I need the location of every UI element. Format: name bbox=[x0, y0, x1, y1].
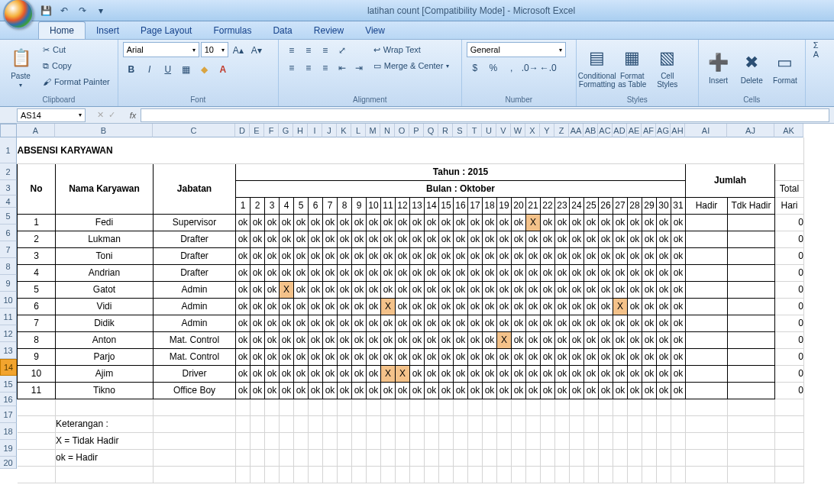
cell[interactable] bbox=[686, 281, 728, 298]
cell[interactable] bbox=[628, 466, 642, 483]
cell[interactable]: Hadir bbox=[686, 197, 728, 214]
cell[interactable]: ok bbox=[512, 214, 526, 231]
cell[interactable]: ok bbox=[367, 247, 381, 264]
cell[interactable] bbox=[154, 466, 236, 483]
cell[interactable]: X bbox=[526, 214, 541, 231]
cell[interactable]: ok bbox=[570, 382, 584, 399]
cell[interactable]: ok bbox=[657, 247, 671, 264]
cell[interactable]: ok bbox=[454, 214, 468, 231]
col-header[interactable]: AH bbox=[671, 124, 685, 137]
cell[interactable]: ok bbox=[439, 264, 454, 281]
cell[interactable]: ok bbox=[352, 365, 367, 382]
cell[interactable] bbox=[497, 466, 512, 483]
cell[interactable]: ok bbox=[323, 315, 338, 331]
cell[interactable]: ok bbox=[671, 247, 686, 264]
paste-button[interactable]: 📋 Paste ▾ bbox=[5, 42, 37, 92]
fill-color-button[interactable]: ◆ bbox=[196, 61, 213, 78]
cell[interactable]: ok bbox=[555, 214, 570, 231]
cell[interactable]: Lukman bbox=[56, 231, 154, 247]
cell[interactable] bbox=[599, 466, 613, 483]
cell[interactable] bbox=[352, 399, 367, 415]
cell[interactable]: ok bbox=[265, 247, 280, 264]
cell[interactable] bbox=[555, 415, 570, 432]
cell[interactable] bbox=[497, 449, 512, 466]
cell[interactable]: ok bbox=[396, 281, 410, 298]
cell[interactable]: Drafter bbox=[154, 247, 236, 264]
fx-icon[interactable]: fx bbox=[125, 111, 141, 120]
copy-button[interactable]: ⧉Copy bbox=[40, 58, 113, 73]
cell[interactable]: ok bbox=[512, 298, 526, 315]
cell[interactable]: ok bbox=[657, 231, 671, 247]
cell[interactable]: ok bbox=[526, 365, 541, 382]
cell[interactable]: ok bbox=[367, 298, 381, 315]
cell[interactable]: ok bbox=[584, 231, 599, 247]
cell[interactable] bbox=[251, 432, 265, 449]
cell[interactable] bbox=[396, 466, 410, 483]
cell[interactable]: ok bbox=[338, 331, 352, 348]
cell[interactable]: Mat. Control bbox=[154, 331, 236, 348]
cell-styles-button[interactable]: ▧Cell Styles bbox=[651, 42, 684, 92]
cell[interactable] bbox=[468, 432, 483, 449]
cell[interactable]: ok bbox=[642, 214, 657, 231]
cell[interactable]: ok bbox=[439, 231, 454, 247]
cell[interactable] bbox=[686, 298, 728, 315]
cell[interactable] bbox=[352, 466, 367, 483]
cell[interactable] bbox=[367, 466, 381, 483]
cell[interactable] bbox=[154, 449, 236, 466]
cell[interactable] bbox=[396, 399, 410, 415]
cell[interactable]: ok bbox=[338, 348, 352, 365]
cut-button[interactable]: ✂Cut bbox=[40, 42, 113, 57]
cell[interactable]: ok bbox=[236, 214, 251, 231]
cell[interactable] bbox=[728, 432, 775, 449]
cell[interactable]: 21 bbox=[526, 197, 541, 214]
cell[interactable]: ok bbox=[541, 264, 555, 281]
cell[interactable]: ok bbox=[352, 331, 367, 348]
cell[interactable]: ok bbox=[642, 247, 657, 264]
cell[interactable]: X bbox=[396, 365, 410, 382]
cell[interactable] bbox=[584, 399, 599, 415]
cell[interactable]: ok bbox=[599, 264, 613, 281]
row-header[interactable]: 15 bbox=[0, 376, 17, 393]
cell[interactable] bbox=[425, 449, 439, 466]
cell[interactable] bbox=[671, 466, 686, 483]
cell[interactable]: ok bbox=[396, 298, 410, 315]
cell[interactable]: ok bbox=[483, 298, 497, 315]
cell[interactable]: ok bbox=[599, 382, 613, 399]
cell[interactable] bbox=[584, 415, 599, 432]
cell[interactable]: ok bbox=[367, 365, 381, 382]
cell[interactable]: ok bbox=[294, 298, 309, 315]
col-header[interactable]: F bbox=[264, 124, 279, 137]
cell[interactable]: ok bbox=[512, 315, 526, 331]
cell[interactable]: ok bbox=[410, 214, 425, 231]
cell[interactable]: ok bbox=[352, 214, 367, 231]
cell[interactable]: 0 bbox=[775, 365, 804, 382]
cell[interactable]: ok bbox=[236, 365, 251, 382]
cell[interactable] bbox=[628, 449, 642, 466]
cell[interactable]: ok bbox=[251, 264, 265, 281]
cell[interactable]: 0 bbox=[775, 348, 804, 365]
cell[interactable]: ok bbox=[338, 382, 352, 399]
col-header[interactable]: G bbox=[279, 124, 293, 137]
cell[interactable]: ok bbox=[628, 315, 642, 331]
cell[interactable]: ok bbox=[352, 298, 367, 315]
cell[interactable]: ok bbox=[396, 315, 410, 331]
cell[interactable]: ok bbox=[338, 264, 352, 281]
cell[interactable]: ok bbox=[280, 231, 294, 247]
cell[interactable] bbox=[526, 432, 541, 449]
cell[interactable] bbox=[294, 449, 309, 466]
cell[interactable]: 15 bbox=[439, 197, 454, 214]
underline-button[interactable]: U bbox=[160, 61, 176, 78]
cell[interactable] bbox=[56, 466, 154, 483]
cell[interactable]: Hari bbox=[775, 197, 804, 214]
cell[interactable]: ok bbox=[657, 264, 671, 281]
cell[interactable]: ok bbox=[628, 231, 642, 247]
cell[interactable] bbox=[410, 449, 425, 466]
cell[interactable] bbox=[265, 415, 280, 432]
cell[interactable] bbox=[775, 163, 804, 180]
cell[interactable]: ok bbox=[352, 315, 367, 331]
grow-font-button[interactable]: A▴ bbox=[230, 42, 247, 59]
cell[interactable]: ok bbox=[265, 231, 280, 247]
col-header[interactable]: U bbox=[482, 124, 496, 137]
cell[interactable] bbox=[251, 449, 265, 466]
cell[interactable] bbox=[18, 466, 56, 483]
